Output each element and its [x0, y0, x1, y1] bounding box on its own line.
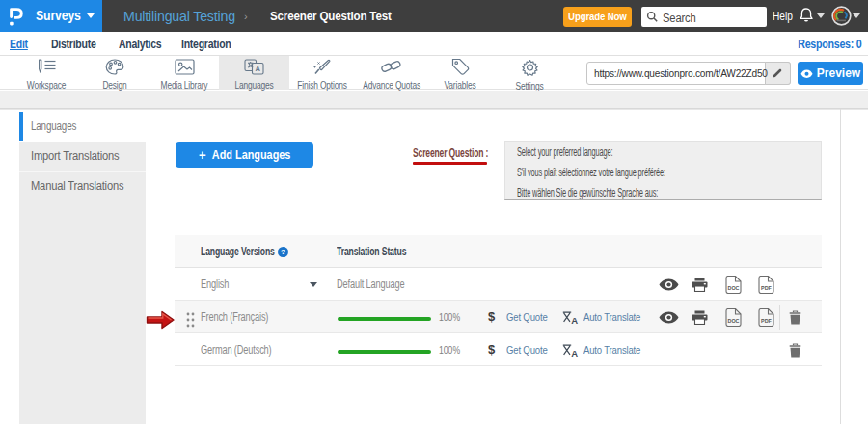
svg-text:A: A [571, 348, 578, 358]
svg-text:A: A [571, 315, 578, 325]
svg-text:DOC: DOC [728, 285, 740, 291]
svg-text:DOC: DOC [728, 318, 740, 324]
svg-text:PDF: PDF [761, 285, 772, 291]
svg-text:PDF: PDF [761, 318, 772, 324]
svg-text:A: A [255, 65, 260, 73]
